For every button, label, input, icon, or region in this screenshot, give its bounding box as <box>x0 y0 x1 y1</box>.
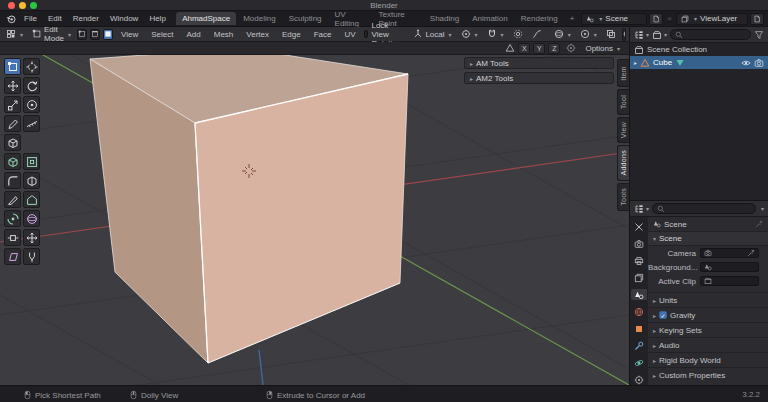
tool-extrude-region[interactable] <box>4 153 21 170</box>
viewport-menu-add[interactable]: Add <box>181 28 205 41</box>
tool-options-dropdown[interactable]: Options▾ <box>582 43 623 54</box>
tab-physics[interactable] <box>631 357 647 368</box>
menu-help[interactable]: Help <box>144 12 170 25</box>
outliner-row-scene-collection[interactable]: Scene Collection <box>630 43 768 56</box>
background-scene-field[interactable] <box>700 262 759 272</box>
tool-scale[interactable] <box>4 96 21 113</box>
blender-logo-icon[interactable] <box>6 14 16 24</box>
tool-select-box[interactable] <box>4 58 21 75</box>
viewport-menu-view[interactable]: View <box>116 28 143 41</box>
new-view-layer-button[interactable] <box>750 13 764 25</box>
add-workspace-button[interactable]: + <box>565 12 580 25</box>
tool-transform[interactable] <box>23 96 40 113</box>
mirror-z-button[interactable]: Z <box>548 43 560 54</box>
snap-toggle[interactable]: ▾ <box>484 28 507 40</box>
view-layer-select-field[interactable]: ▾ ViewLayer <box>676 13 748 25</box>
mirror-x-button[interactable]: X <box>518 43 530 54</box>
tool-rotate[interactable] <box>23 77 40 94</box>
properties-search-input[interactable] <box>652 203 756 214</box>
pin-icon[interactable] <box>755 220 763 228</box>
tab-scene[interactable] <box>631 289 647 300</box>
viewport-menu-mesh[interactable]: Mesh <box>209 28 239 41</box>
sidebar-tab-view[interactable]: View <box>617 117 629 143</box>
tab-data[interactable] <box>631 374 647 385</box>
active-clip-field[interactable] <box>700 276 759 286</box>
editor-type-button[interactable]: ▾ <box>3 28 26 40</box>
mode-dropdown[interactable]: Edit Mode▾ <box>29 24 74 44</box>
properties-editor-type-button[interactable]: ▾ <box>634 204 649 214</box>
camera-field[interactable] <box>700 248 759 258</box>
panel-audio[interactable]: ▸ Audio <box>648 337 768 352</box>
proportional-falloff-dropdown[interactable] <box>529 28 545 40</box>
workspace-tab-ahmadspace[interactable]: AhmadSpace <box>176 12 236 25</box>
tool-add-cube[interactable] <box>4 134 21 151</box>
mirror-y-button[interactable]: Y <box>533 43 545 54</box>
tab-tool[interactable] <box>631 221 647 232</box>
tool-spin[interactable] <box>4 210 21 227</box>
eye-icon[interactable] <box>741 58 751 68</box>
tab-object[interactable] <box>631 323 647 334</box>
shading-wireframe-button[interactable] <box>623 29 626 40</box>
workspace-tab-rendering[interactable]: Rendering <box>515 12 564 25</box>
tool-annotate[interactable] <box>4 115 21 132</box>
viewport-menu-edge[interactable]: Edge <box>277 28 306 41</box>
xray-toggle[interactable] <box>603 28 619 40</box>
outliner-search-input[interactable] <box>670 29 751 40</box>
transform-orientation-dropdown[interactable]: Local▾ <box>410 28 454 40</box>
unlink-scene-button[interactable]: × <box>667 14 672 23</box>
panel-rigid-body-world[interactable]: ▸ Rigid Body World <box>648 352 768 367</box>
vertex-select-mode-button[interactable] <box>77 29 87 40</box>
tool-loop-cut[interactable] <box>23 172 40 189</box>
tool-poly-build[interactable] <box>23 191 40 208</box>
panel-keying-sets[interactable]: ▸ Keying Sets <box>648 322 768 337</box>
viewport-menu-vertex[interactable]: Vertex <box>241 28 274 41</box>
sidebar-tab-tool[interactable]: Tool <box>617 89 629 115</box>
tab-output[interactable] <box>631 255 647 266</box>
panel-am-tools[interactable]: ▸ AM Tools <box>464 57 614 69</box>
tool-inset-faces[interactable] <box>23 153 40 170</box>
viewport-menu-select[interactable]: Select <box>146 28 178 41</box>
camera-visibility-icon[interactable] <box>754 58 764 68</box>
funnel-filter-icon[interactable] <box>754 30 764 40</box>
eyedropper-icon[interactable] <box>747 249 755 257</box>
proportional-editing-toggle[interactable] <box>510 28 526 40</box>
outliner-filter-dropdown[interactable]: ▾ <box>652 30 667 40</box>
viewport-3d[interactable]: ▸ AM Tools ▸ AM2 Tools Item Tool View Ad… <box>0 55 629 385</box>
panel-am2-tools[interactable]: ▸ AM2 Tools <box>464 72 614 84</box>
scene-select-field[interactable]: ▾ Scene <box>581 13 647 25</box>
tool-shrink-fatten[interactable] <box>23 229 40 246</box>
cube-front-face[interactable] <box>195 74 408 363</box>
tab-modifiers[interactable] <box>631 340 647 351</box>
panel-scene-header[interactable]: ▾ Scene <box>648 232 768 246</box>
pivot-point-dropdown[interactable]: ▾ <box>458 28 481 40</box>
menu-window[interactable]: Window <box>105 12 143 25</box>
panel-units[interactable]: ▸ Units <box>648 292 768 307</box>
tool-cursor[interactable] <box>23 58 40 75</box>
tool-edge-slide[interactable] <box>4 229 21 246</box>
gravity-checkbox[interactable]: ✓ <box>659 311 667 319</box>
tab-view-layer[interactable] <box>631 272 647 283</box>
overlays-dropdown[interactable]: ▾ <box>577 28 600 40</box>
tool-knife[interactable] <box>4 191 21 208</box>
outliner-display-mode-dropdown[interactable]: ▾ <box>634 30 649 40</box>
tool-bevel[interactable] <box>4 172 21 189</box>
viewport-menu-uv[interactable]: UV <box>339 28 360 41</box>
tool-smooth[interactable] <box>23 210 40 227</box>
cube-object[interactable] <box>90 55 408 363</box>
snap-target-icon[interactable] <box>566 43 576 53</box>
edge-select-mode-button[interactable] <box>90 29 100 40</box>
tool-move[interactable] <box>4 77 21 94</box>
workspace-tab-animation[interactable]: Animation <box>466 12 514 25</box>
sidebar-tab-addons[interactable]: Addons <box>617 145 629 181</box>
workspace-tab-shading[interactable]: Shading <box>424 12 465 25</box>
panel-custom-properties[interactable]: ▸ Custom Properties <box>648 367 768 382</box>
sidebar-tab-item[interactable]: Item <box>617 59 629 87</box>
tool-shear[interactable] <box>4 248 21 265</box>
expand-arrow-icon[interactable]: ▸ <box>634 59 637 66</box>
tool-rip-region[interactable] <box>23 248 40 265</box>
properties-options-icon[interactable]: ▾ <box>761 205 764 212</box>
tab-render[interactable] <box>631 238 647 249</box>
menu-render[interactable]: Render <box>68 12 104 25</box>
outliner-row-cube[interactable]: ▸ Cube <box>630 56 768 69</box>
face-select-mode-button[interactable] <box>103 29 113 40</box>
